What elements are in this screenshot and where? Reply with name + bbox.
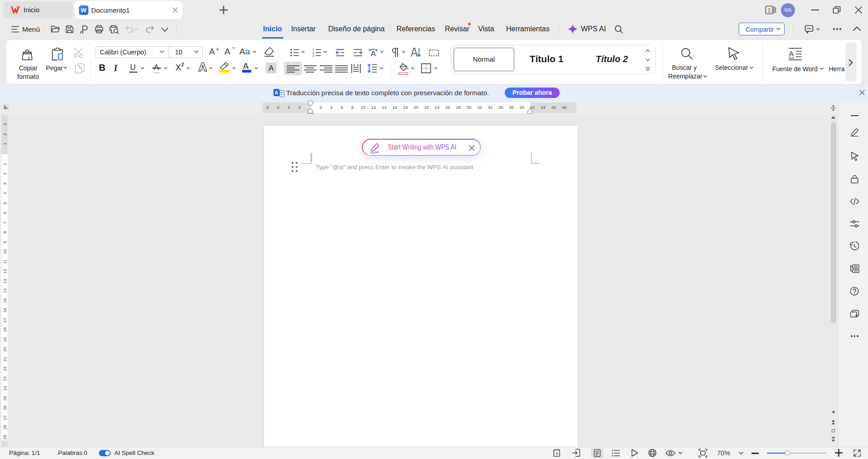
svg-text:3: 3	[312, 54, 314, 57]
svg-text:1: 1	[767, 7, 770, 14]
svg-text:A: A	[371, 49, 376, 57]
svg-text:A: A	[789, 50, 794, 59]
